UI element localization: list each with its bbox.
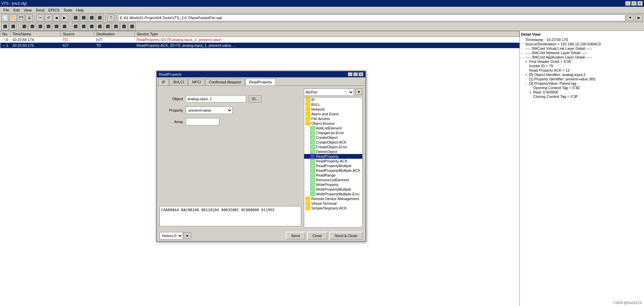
tree-item[interactable]: Network [304,107,362,112]
modal-minimize-btn[interactable]: – [348,72,353,76]
menu-help[interactable]: Help [74,7,86,13]
tb2-btn2[interactable]: ⬛ [9,23,17,30]
tree-item[interactable]: CreateObject [304,135,362,140]
new-btn[interactable]: 📄 [1,14,9,22]
tbtn8[interactable]: ⬛ [96,14,103,22]
tree-item[interactable]: ReadRange [304,173,362,178]
tab-confirmed-request[interactable]: Confirmed-Request [205,79,244,85]
detail-expand-icon[interactable]: + [525,73,529,77]
object-id-btn[interactable]: ID... [249,95,262,103]
detail-expand-icon[interactable]: - [521,46,525,50]
close-btn[interactable]: ✕ [637,1,643,6]
history-dropdown-btn[interactable]: ▼ [184,232,191,239]
object-input[interactable] [186,95,246,103]
tb2-btn3[interactable]: ⬛ [20,23,28,30]
menu-file[interactable]: File [1,7,11,13]
detail-expand-icon[interactable]: - [521,55,525,59]
tb2-btn14[interactable]: ⬛ [112,23,120,30]
detail-row: ------ BACnet Virtual Link Layer Detail … [521,46,643,50]
tab-bvlci[interactable]: BVLCI [170,79,188,85]
tree-item[interactable]: CreateObject-ACK [304,140,362,145]
open-btn[interactable]: 📂 [9,14,17,22]
tb2-btn4[interactable]: ⬛ [29,23,36,30]
menu-send[interactable]: Send [34,7,46,13]
array-input[interactable] [186,118,219,125]
tb2-btn10[interactable]: ⬛ [80,23,87,30]
send-btn[interactable]: Send [286,232,305,240]
tree-item[interactable]: Virtual Terminal [304,201,362,206]
tree-item[interactable]: ChangeList-Error [304,130,362,135]
property-select[interactable]: present-value [186,107,233,114]
detail-text: Invoke ID = 79 [529,64,553,68]
tbtn7[interactable]: ⬛ [88,14,95,22]
modal-close-btn[interactable]: ✕ [359,72,363,76]
detail-expand-icon[interactable]: + [525,60,529,64]
col-service: Service Type [135,31,519,37]
port-dropdown-btn[interactable]: ▼ [355,88,363,95]
path-go-btn[interactable]: ▶ [635,14,643,21]
tb2-btn5[interactable]: ⬛ [37,23,44,30]
detail-expand-icon[interactable]: - [525,81,529,85]
row-source: IUT [61,43,94,48]
print-btn[interactable]: 🖨 [26,14,33,22]
tree-item[interactable]: Alarm and Event [304,112,362,116]
tree-item[interactable]: ReadProperty-ACK [304,159,362,163]
tree-item[interactable]: CreateObject-Error [304,145,362,149]
tab-ip[interactable]: IP [158,79,169,85]
tb2-btn13[interactable]: ⬛ [104,23,111,30]
tree-item[interactable]: AddListElement [304,126,362,130]
item-icon [310,178,315,182]
tb2-btn11[interactable]: ⬛ [88,23,95,30]
tree-item[interactable]: File Access [304,116,362,121]
tree-item[interactable]: RemoveListElement [304,178,362,182]
tb2-btn8[interactable]: ⬛ [61,23,68,30]
back-btn[interactable]: ◀ [53,14,60,22]
menu-tools[interactable]: Tools [61,7,74,13]
table-row[interactable]: ←110:23:59.175IUTTDReadProperty-ACK, ID=… [0,43,519,48]
tree-item[interactable]: ReadPropertyMultiple [304,163,362,168]
tb2-btn9[interactable]: ⬛ [72,23,79,30]
tree-item[interactable]: Simple/Segment ACK [304,206,362,211]
minimize-btn[interactable]: – [625,1,631,6]
tree-item[interactable]: IP [304,98,362,102]
history-select[interactable]: History:0 [159,232,183,239]
path-input[interactable] [118,14,625,21]
port-select[interactable]: MyPort [304,88,354,96]
tb2-btn15[interactable]: ⬛ [120,23,128,30]
tbtn5[interactable]: ⬛ [72,14,79,22]
tree-item[interactable]: WritePropertyMultiple-Erro [304,192,362,196]
close-btn[interactable]: Close [307,232,327,240]
tbtn6[interactable]: ⬛ [80,14,87,22]
send-close-btn[interactable]: Send & Close [329,232,363,240]
cut-btn[interactable]: ✂ [37,14,44,22]
tree-item[interactable]: Object Access [304,121,362,126]
tb2-btn1[interactable]: ⬛ [1,23,9,30]
tree-item[interactable]: WriteProperty [304,182,362,187]
tab-readproperty[interactable]: ReadProperty [245,79,276,85]
tb2-btn7[interactable]: ⬛ [53,23,60,30]
help-btn[interactable]: ? [107,14,114,22]
maximize-btn[interactable]: □ [631,1,637,6]
tree-item[interactable]: DeleteObject [304,149,362,154]
tree-item[interactable]: Remote Device Management [304,196,362,201]
tb2-btn16[interactable]: ⬛ [128,23,136,30]
tb2-btn6[interactable]: ⬛ [45,23,52,30]
tree-item[interactable]: ReadProperty [304,154,362,159]
modal-maximize-btn[interactable]: □ [353,72,358,76]
tree-item[interactable]: WritePropertyMultiple [304,187,362,192]
menu-view[interactable]: View [22,7,34,13]
forward-btn[interactable]: ▶ [61,14,68,22]
tb2-btn12[interactable]: ⬛ [96,23,103,30]
menu-edit[interactable]: Edit [11,7,22,13]
detail-expand-icon[interactable]: - [521,51,525,55]
detail-expand-icon[interactable]: + [529,90,533,94]
path-dropdown-btn[interactable]: ▼ [627,14,634,21]
table-row[interactable]: →010:23:59.174TDIUTReadProperty, ID=79 a… [0,37,519,43]
menu-epics[interactable]: EPICS [46,7,61,13]
save-btn[interactable]: 💾 [17,14,25,22]
tree-item[interactable]: BVLL [304,102,362,107]
tree-item[interactable]: ReadPropertyMultiple-ACK [304,168,362,173]
sep-2 [70,14,70,21]
refresh-btn[interactable]: ↺ [45,14,52,22]
tab-npci[interactable]: NPCI [188,79,204,85]
